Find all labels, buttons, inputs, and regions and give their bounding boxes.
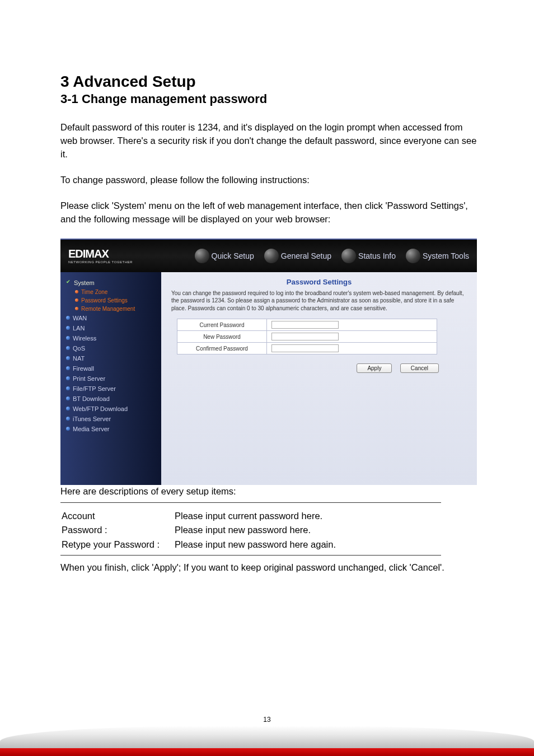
bullet-icon — [75, 307, 78, 310]
sidebar-item-label: Remote Management — [81, 306, 135, 312]
password-form-table: Current Password New Password Confirmed … — [177, 319, 437, 354]
form-label-confirmed-password: Confirmed Password — [177, 343, 267, 354]
sidebar-item-itunes-server[interactable]: iTunes Server — [66, 414, 161, 424]
desc-key: Retype your Password : — [62, 538, 174, 552]
footer-gray-band — [0, 726, 534, 748]
check-icon — [66, 280, 71, 285]
closing-paragraph: When you finish, click 'Apply'; If you w… — [60, 561, 478, 575]
table-row: New Password — [177, 331, 437, 343]
sidebar-item-label: NAT — [73, 355, 85, 362]
intro-paragraph-2: To change password, please follow the fo… — [60, 174, 478, 187]
desc-val: Please input current password here. — [175, 510, 336, 523]
bullet-icon — [75, 298, 78, 302]
table-row: Retype your Password :Please input new p… — [62, 538, 336, 552]
bullet-icon — [66, 427, 70, 431]
button-row: Apply Cancel — [171, 354, 467, 373]
bullet-icon — [66, 326, 70, 330]
intro-paragraph-1: Default password of this router is 1234,… — [60, 121, 478, 161]
sidebar-item-label: File/FTP Server — [73, 385, 116, 392]
desc-val: Please input new password here again. — [175, 538, 336, 552]
globe-icon — [264, 249, 279, 263]
content-panel: Password Settings You can change the pas… — [161, 272, 477, 485]
apply-button[interactable]: Apply — [357, 363, 392, 373]
router-ui-screenshot: EDIMAX NETWORKING PEOPLE TOGETHER Quick … — [60, 239, 477, 485]
sidebar-item-label: System — [74, 279, 95, 286]
bullet-icon — [66, 417, 70, 421]
bullet-icon — [66, 396, 70, 400]
intro-paragraph-3: Please click 'System' menu on the left o… — [60, 199, 478, 226]
bullet-icon — [66, 407, 70, 410]
sidebar-item-label: Web/FTP Download — [73, 405, 128, 412]
table-row: Password :Please input new password here… — [62, 524, 336, 537]
bullet-icon — [66, 346, 70, 350]
sidebar-item-label: BT Download — [73, 395, 110, 402]
footer-decoration — [0, 726, 534, 756]
sidebar-item-label: iTunes Server — [73, 416, 111, 422]
current-password-input[interactable] — [271, 321, 339, 329]
bullet-icon — [66, 386, 70, 390]
description-table: AccountPlease input current password her… — [60, 508, 337, 553]
globe-icon — [195, 249, 209, 263]
table-row: Current Password — [177, 319, 437, 331]
router-header: EDIMAX NETWORKING PEOPLE TOGETHER Quick … — [60, 240, 477, 272]
nav-system-tools[interactable]: System Tools — [406, 249, 469, 263]
bullet-icon — [66, 376, 70, 380]
sidebar-item-web-ftp-download[interactable]: Web/FTP Download — [66, 404, 161, 414]
sidebar-item-nat[interactable]: NAT — [66, 353, 161, 363]
brand-tagline: NETWORKING PEOPLE TOGETHER — [68, 260, 161, 264]
sidebar-item-label: Password Settings — [81, 297, 128, 304]
divider — [60, 502, 441, 503]
confirmed-password-input[interactable] — [271, 344, 339, 352]
sidebar-item-label: WAN — [73, 315, 87, 321]
sidebar-item-label: Wireless — [73, 335, 96, 342]
sidebar-item-label: Print Server — [73, 375, 105, 382]
table-row: Confirmed Password — [177, 343, 437, 354]
nav-general-setup[interactable]: General Setup — [264, 249, 331, 263]
brand-name: EDIMAX — [68, 248, 161, 260]
desc-key: Password : — [62, 524, 174, 537]
sidebar-item-qos[interactable]: QoS — [66, 343, 161, 353]
nav-label: Quick Setup — [212, 251, 254, 260]
table-row: AccountPlease input current password her… — [62, 510, 336, 523]
sidebar-item-timezone[interactable]: Time Zone — [66, 288, 161, 296]
sidebar-item-file-ftp-server[interactable]: File/FTP Server — [66, 384, 161, 394]
form-label-new-password: New Password — [177, 331, 267, 343]
caption-after-figure: Here are descriptions of every setup ite… — [60, 486, 478, 497]
nav-label: General Setup — [281, 251, 331, 260]
sidebar-item-lan[interactable]: LAN — [66, 323, 161, 333]
page-number: 13 — [0, 716, 534, 724]
sidebar-item-password-settings[interactable]: Password Settings — [66, 296, 161, 305]
brand-logo: EDIMAX NETWORKING PEOPLE TOGETHER — [60, 248, 161, 264]
new-password-input[interactable] — [271, 333, 339, 340]
sidebar-item-wireless[interactable]: Wireless — [66, 333, 161, 343]
bullet-icon — [66, 316, 70, 320]
sidebar-item-label: Media Server — [73, 426, 109, 432]
footer-red-band — [0, 748, 534, 756]
sidebar-item-media-server[interactable]: Media Server — [66, 424, 161, 434]
globe-icon — [406, 249, 420, 263]
desc-key: Account — [62, 510, 174, 523]
sidebar-item-label: Firewall — [73, 365, 94, 372]
globe-icon — [341, 249, 356, 263]
section-heading: 3-1 Change management password — [60, 92, 478, 106]
sidebar-item-firewall[interactable]: Firewall — [66, 363, 161, 374]
cancel-button[interactable]: Cancel — [400, 363, 439, 373]
nav-quick-setup[interactable]: Quick Setup — [195, 249, 254, 263]
sidebar-item-remote-management[interactable]: Remote Management — [66, 305, 161, 313]
sidebar-item-print-server[interactable]: Print Server — [66, 374, 161, 384]
sidebar-item-system[interactable]: System — [66, 278, 161, 288]
sidebar-item-wan[interactable]: WAN — [66, 313, 161, 323]
nav-status-info[interactable]: Status Info — [341, 249, 396, 263]
top-nav: Quick Setup General Setup Status Info Sy… — [161, 249, 477, 263]
panel-title: Password Settings — [171, 278, 467, 286]
nav-label: System Tools — [423, 251, 469, 260]
sidebar-item-label: LAN — [73, 325, 85, 332]
desc-val: Please input new password here. — [175, 524, 336, 537]
bullet-icon — [66, 356, 70, 360]
bullet-icon — [66, 366, 70, 370]
sidebar: System Time Zone Password Settings Remot… — [60, 272, 161, 485]
panel-description: You can change the password required to … — [171, 290, 467, 312]
sidebar-item-bt-download[interactable]: BT Download — [66, 394, 161, 404]
divider — [60, 555, 441, 556]
sidebar-item-label: QoS — [73, 345, 85, 352]
